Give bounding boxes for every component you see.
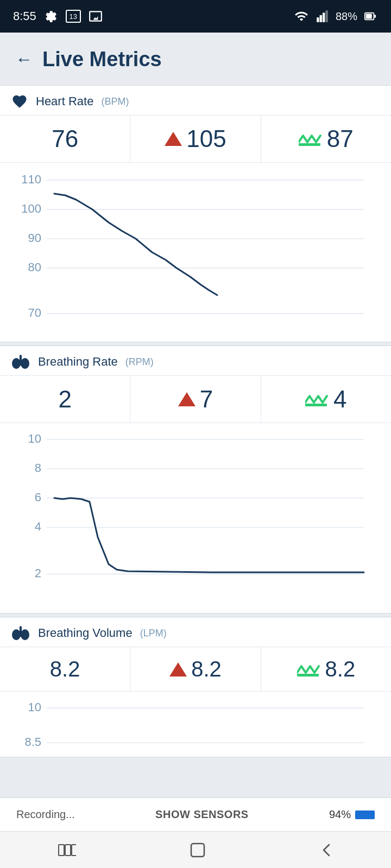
battery-icon <box>363 10 378 22</box>
svg-text:100: 100 <box>21 202 41 215</box>
lungs-icon <box>11 354 30 370</box>
wave-icon-2 <box>305 392 329 407</box>
back-button[interactable]: ← <box>15 49 33 69</box>
breathing-volume-max: 8.2 <box>130 647 261 691</box>
signal-icon <box>315 9 330 23</box>
nav-bar <box>0 831 391 868</box>
breathing-rate-card: Breathing Rate (RPM) 2 7 4 10 8 6 <box>0 346 391 614</box>
svg-rect-5 <box>366 14 372 18</box>
breathing-volume-header: Breathing Volume (LPM) <box>0 617 391 647</box>
status-right: 88% <box>293 9 378 23</box>
time-display: 8:55 <box>13 9 36 23</box>
heart-rate-card: Heart Rate (BPM) 76 105 87 110 100 <box>0 85 391 342</box>
triangle-up-icon-3 <box>169 662 187 676</box>
svg-rect-3 <box>325 10 327 22</box>
svg-text:8.5: 8.5 <box>24 735 41 749</box>
svg-text:10: 10 <box>28 700 41 714</box>
back-nav-icon[interactable] <box>319 841 335 859</box>
wave-icon <box>299 131 323 146</box>
calendar-icon: 13 <box>66 10 81 23</box>
recording-label: Recording... <box>16 808 75 821</box>
triangle-up-icon-2 <box>178 392 195 406</box>
heart-rate-header: Heart Rate (BPM) <box>0 86 391 116</box>
breathing-volume-avg: 8.2 <box>261 647 391 691</box>
breathing-volume-unit: (LPM) <box>140 628 167 639</box>
heart-rate-unit: (BPM) <box>101 96 129 107</box>
svg-text:70: 70 <box>28 306 41 320</box>
svg-point-19 <box>21 358 29 369</box>
svg-rect-7 <box>299 143 320 146</box>
svg-text:6: 6 <box>35 490 41 504</box>
battery-percent: 88% <box>336 10 357 23</box>
breathing-rate-unit: (RPM) <box>125 356 154 368</box>
svg-rect-2 <box>323 13 325 22</box>
heart-rate-stats: 76 105 87 <box>0 116 391 163</box>
heart-rate-chart: 110 100 90 80 70 <box>0 163 391 342</box>
lungs-icon-2 <box>11 625 30 641</box>
svg-rect-6 <box>374 15 376 18</box>
svg-rect-40 <box>59 845 64 856</box>
page-header: ← Live Metrics <box>0 33 391 82</box>
breathing-rate-header: Breathing Rate (RPM) <box>0 346 391 376</box>
bottom-info-bar: Recording... SHOW SENSORS 94% <box>0 797 391 831</box>
breathing-rate-title: Breathing Rate <box>38 355 118 369</box>
wifi-icon <box>293 9 310 23</box>
breathing-volume-current: 8.2 <box>0 647 130 691</box>
svg-rect-34 <box>20 626 22 637</box>
breathing-rate-current: 2 <box>0 376 130 423</box>
svg-rect-41 <box>65 845 71 856</box>
svg-text:8: 8 <box>35 461 41 475</box>
svg-point-18 <box>12 358 21 369</box>
heart-rate-max: 105 <box>130 116 261 162</box>
svg-rect-21 <box>305 404 327 406</box>
svg-text:110: 110 <box>21 173 41 186</box>
svg-text:90: 90 <box>28 231 41 245</box>
status-left: 8:55 13 <box>13 9 103 23</box>
heart-icon <box>11 93 28 110</box>
recent-apps-icon[interactable] <box>56 843 76 858</box>
image-icon <box>89 9 103 23</box>
breathing-volume-title: Breathing Volume <box>38 626 133 640</box>
svg-text:10: 10 <box>28 432 41 445</box>
svg-rect-43 <box>191 844 204 857</box>
triangle-up-icon <box>165 132 182 146</box>
svg-rect-35 <box>297 674 319 676</box>
svg-rect-1 <box>320 15 322 22</box>
svg-text:80: 80 <box>28 260 41 274</box>
gear-icon <box>44 9 58 23</box>
show-sensors-button[interactable]: SHOW SENSORS <box>155 808 249 821</box>
heart-rate-avg: 87 <box>261 116 391 162</box>
wave-icon-3 <box>297 662 321 677</box>
home-icon[interactable] <box>189 841 206 859</box>
svg-text:4: 4 <box>35 520 41 533</box>
breathing-rate-max: 7 <box>130 376 261 423</box>
svg-rect-0 <box>317 17 319 22</box>
svg-rect-20 <box>20 355 22 366</box>
battery-fill-icon <box>355 810 375 819</box>
breathing-rate-chart: 10 8 6 4 2 <box>0 423 391 613</box>
status-bar: 8:55 13 88% <box>0 0 391 33</box>
heart-rate-current: 76 <box>0 116 130 162</box>
svg-point-33 <box>21 629 29 640</box>
battery-status: 94% <box>329 808 375 821</box>
svg-rect-42 <box>72 845 76 856</box>
heart-rate-title: Heart Rate <box>36 94 93 108</box>
breathing-rate-stats: 2 7 4 <box>0 376 391 423</box>
svg-text:2: 2 <box>35 566 41 580</box>
breathing-rate-avg: 4 <box>261 376 391 423</box>
page-title: Live Metrics <box>42 48 162 71</box>
battery-percent-bottom: 94% <box>329 808 351 821</box>
breathing-volume-stats: 8.2 8.2 8.2 <box>0 647 391 692</box>
svg-point-32 <box>12 629 21 640</box>
breathing-volume-card: Breathing Volume (LPM) 8.2 8.2 8.2 10 8.… <box>0 617 391 757</box>
breathing-volume-chart: 10 8.5 <box>0 692 391 757</box>
